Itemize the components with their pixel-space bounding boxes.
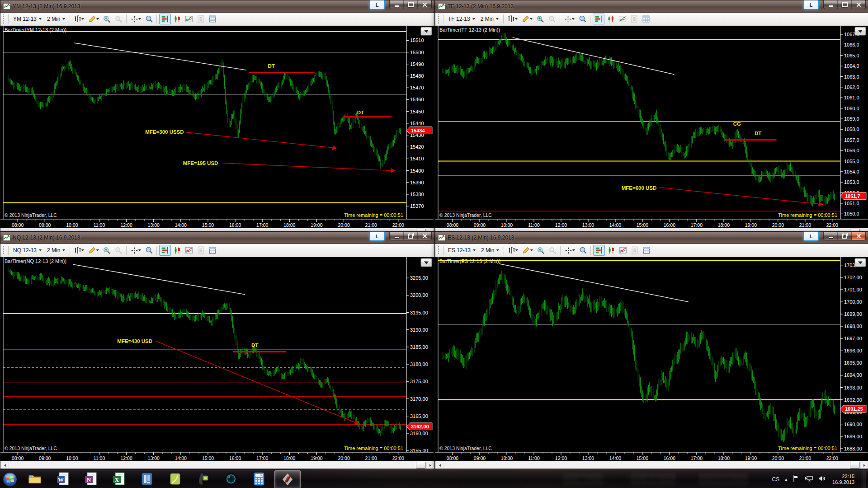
horizontal-scrollbar[interactable] (0, 461, 434, 469)
scroll-right-button[interactable] (860, 462, 868, 469)
close-button[interactable] (418, 0, 431, 9)
window-titlebar[interactable]: ES 12-13 (2 Min) 16.9.2013 L (435, 232, 868, 244)
taskbar-clock[interactable]: 22:15 16.9.2013 (830, 474, 857, 485)
link-button[interactable]: L (803, 232, 819, 241)
price-chart[interactable]: 1703,001702,001701,001700,001699,001698,… (435, 257, 868, 461)
candles-button[interactable] (606, 245, 617, 255)
chart-canvas-area[interactable]: DTMFE=430 USD3205,003200,003195,003190,0… (0, 257, 434, 461)
data-grid-button[interactable] (207, 14, 218, 24)
zoom-in-button[interactable] (101, 14, 112, 24)
bars-period-button[interactable] (72, 14, 86, 24)
magnifier-button[interactable] (143, 245, 154, 255)
chart-style-button[interactable] (159, 14, 171, 24)
scrollbar-thumb[interactable] (416, 462, 426, 469)
chart-app-icon[interactable] (3, 3, 10, 9)
price-chart[interactable]: CGDTMFE=600 USD1067,01066,01065,01064,01… (435, 26, 868, 228)
instrument-dropdown[interactable]: NQ 12-13 (11, 246, 44, 254)
minimize-button[interactable] (824, 232, 838, 240)
draw-tools-button[interactable] (87, 14, 100, 24)
chart-canvas-area[interactable]: CGDTMFE=600 USD1067,01066,01065,01064,01… (435, 26, 868, 228)
crosshair-button[interactable] (129, 14, 142, 24)
price-chart[interactable]: DTMFE=430 USD3205,003200,003195,003190,0… (0, 257, 434, 461)
chart-style-button[interactable] (593, 14, 604, 24)
toolbar-grip[interactable] (438, 245, 439, 255)
zoom-in-button[interactable] (101, 245, 112, 255)
network-icon[interactable] (804, 475, 813, 484)
axis-dropdown-button[interactable] (421, 258, 432, 267)
interval-dropdown[interactable]: 2 Min (479, 246, 501, 254)
draw-tools-button[interactable] (520, 14, 534, 24)
chart-style-button[interactable] (593, 245, 605, 256)
chart-app-icon[interactable] (438, 235, 445, 241)
horizontal-scrollbar[interactable] (435, 461, 868, 469)
scrollbar-thumb[interactable] (850, 462, 860, 469)
toolbar-grip[interactable] (3, 245, 5, 255)
chart-style-button[interactable] (159, 245, 171, 256)
interval-dropdown[interactable]: 2 Min (45, 246, 67, 254)
close-button[interactable] (852, 232, 865, 240)
mini-chart-button[interactable] (184, 245, 194, 255)
restore-button[interactable] (404, 232, 418, 240)
taskbar-app-excel[interactable]: X (106, 470, 132, 488)
maximize-button[interactable] (838, 0, 852, 9)
zoom-in-button[interactable] (535, 245, 546, 255)
bars-period-button[interactable] (506, 14, 519, 24)
axis-dropdown-button[interactable] (855, 258, 866, 267)
chart-canvas-area[interactable]: DTDTMFE=300 USSDMFE=195 USD1551015500154… (0, 26, 434, 228)
chart-app-icon[interactable] (3, 235, 10, 241)
taskbar-app-onenote[interactable]: N (78, 470, 104, 488)
interval-dropdown[interactable]: 2 Min (45, 15, 67, 23)
window-titlebar[interactable]: NQ 12-13 (2 Min) 16.9.2013 L (0, 232, 434, 244)
language-indicator[interactable]: CS (772, 476, 779, 483)
instrument-dropdown[interactable]: ES 12-13 (446, 246, 478, 254)
start-button[interactable] (2, 471, 18, 488)
mini-chart-button[interactable] (184, 14, 194, 24)
scroll-left-button[interactable] (436, 462, 443, 469)
price-chart[interactable]: DTDTMFE=300 USSDMFE=195 USD1551015500154… (0, 26, 434, 228)
chart-app-icon[interactable] (438, 3, 445, 9)
axis-dropdown-button[interactable] (855, 27, 866, 35)
taskbar-app-app-camera[interactable] (190, 470, 216, 488)
axis-dropdown-button[interactable] (421, 27, 432, 35)
zoom-out-button[interactable] (547, 245, 558, 255)
taskbar-app-app-green[interactable] (162, 470, 188, 488)
minimize-button[interactable] (390, 0, 404, 9)
speaker-icon[interactable] (818, 475, 825, 484)
action-center-flag-icon[interactable] (793, 475, 800, 484)
taskbar-app-app-lens[interactable] (218, 470, 244, 488)
minimize-button[interactable] (390, 232, 404, 240)
magnifier-button[interactable] (577, 245, 588, 255)
data-grid-button[interactable] (641, 14, 651, 24)
candles-button[interactable] (172, 245, 183, 255)
scroll-right-button[interactable] (426, 462, 434, 469)
close-button[interactable] (418, 232, 431, 240)
mini-chart-button[interactable] (618, 245, 628, 255)
show-desktop-button[interactable] (862, 470, 866, 488)
taskbar-app-calculator[interactable]: 0 (246, 470, 272, 488)
dollar-button[interactable]: $ (195, 245, 206, 255)
link-button[interactable]: L (803, 0, 819, 9)
dollar-button[interactable]: $ (195, 14, 206, 24)
minimize-button[interactable] (824, 0, 838, 9)
link-button[interactable]: L (369, 232, 385, 241)
taskbar-app-word[interactable]: W (50, 470, 75, 488)
toolbar-grip[interactable] (438, 14, 439, 24)
draw-tools-button[interactable] (521, 245, 534, 255)
instrument-dropdown[interactable]: TF 12-13 (446, 15, 477, 23)
hidden-icons-button[interactable]: ▲ (784, 477, 788, 482)
data-grid-button[interactable] (207, 245, 218, 255)
zoom-out-button[interactable] (113, 245, 124, 255)
dollar-button[interactable]: $ (629, 14, 640, 24)
window-titlebar[interactable]: YM 12-13 (2 Min) 16.9.2013 L (0, 0, 434, 13)
link-button[interactable]: L (369, 0, 385, 9)
magnifier-button[interactable] (143, 14, 154, 24)
zoom-out-button[interactable] (113, 14, 124, 24)
taskbar-app-explorer[interactable] (22, 470, 47, 488)
close-button[interactable] (852, 0, 865, 9)
interval-dropdown[interactable]: 2 Min (478, 15, 501, 23)
window-titlebar[interactable]: TF 12-13 (2 Min) 16.9.2013 L (435, 0, 868, 13)
restore-button[interactable] (838, 232, 852, 240)
crosshair-button[interactable] (129, 245, 142, 255)
zoom-in-button[interactable] (535, 14, 546, 24)
chart-canvas-area[interactable]: 1703,001702,001701,001700,001699,001698,… (435, 257, 868, 461)
